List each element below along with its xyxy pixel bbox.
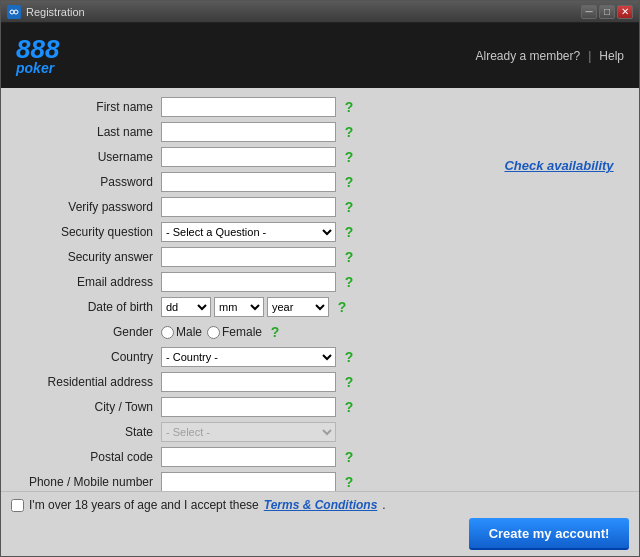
bottom-section: I'm over 18 years of age and I accept th…: [1, 491, 639, 556]
postal-code-input[interactable]: [161, 447, 336, 467]
topbar: 888 poker Already a member? | Help: [1, 23, 639, 88]
check-availability-link[interactable]: Check availability: [504, 158, 613, 173]
residential-address-label: Residential address: [6, 375, 161, 389]
dob-dd-select[interactable]: dd 01020304 05060708 09101112 13141516 1…: [161, 297, 211, 317]
phone-hint: ?: [339, 474, 359, 490]
dob-hint: ?: [332, 299, 352, 315]
security-question-row: Security question - Select a Question - …: [1, 221, 479, 243]
city-town-label: City / Town: [6, 400, 161, 414]
username-row: Username ?: [1, 146, 479, 168]
username-label: Username: [6, 150, 161, 164]
country-hint: ?: [339, 349, 359, 365]
postal-code-hint: ?: [339, 449, 359, 465]
help-link[interactable]: Help: [599, 49, 624, 63]
verify-password-hint: ?: [339, 199, 359, 215]
verify-password-row: Verify password ?: [1, 196, 479, 218]
country-select[interactable]: - Country - United States United Kingdom…: [161, 347, 336, 367]
residential-address-hint: ?: [339, 374, 359, 390]
state-row: State - Select - ?: [1, 421, 479, 443]
dob-year-select[interactable]: year 2010200920082007 2000199019801970 1…: [267, 297, 329, 317]
titlebar: Registration ─ □ ✕: [1, 1, 639, 23]
terms-checkbox[interactable]: [11, 499, 24, 512]
city-town-input[interactable]: [161, 397, 336, 417]
maximize-button[interactable]: □: [599, 5, 615, 19]
terms-period: .: [382, 498, 385, 512]
gender-hint: ?: [265, 324, 285, 340]
gender-female-label[interactable]: Female: [207, 325, 262, 339]
security-question-hint: ?: [339, 224, 359, 240]
dob-mm-select[interactable]: mm 01020304 05060708 09101112: [214, 297, 264, 317]
email-row: Email address ?: [1, 271, 479, 293]
security-question-select[interactable]: - Select a Question - What is your mothe…: [161, 222, 336, 242]
last-name-hint: ?: [339, 124, 359, 140]
security-answer-hint: ?: [339, 249, 359, 265]
topbar-separator: |: [588, 49, 591, 63]
svg-point-1: [14, 10, 18, 14]
first-name-label: First name: [6, 100, 161, 114]
city-town-hint: ?: [339, 399, 359, 415]
window-controls: ─ □ ✕: [581, 5, 633, 19]
password-label: Password: [6, 175, 161, 189]
create-account-button[interactable]: Create my account!: [469, 518, 629, 550]
residential-address-row: Residential address ?: [1, 371, 479, 393]
first-name-row: First name ?: [1, 96, 479, 118]
username-input[interactable]: [161, 147, 336, 167]
dob-group: dd 01020304 05060708 09101112 13141516 1…: [161, 297, 329, 317]
country-label: Country: [6, 350, 161, 364]
dob-row: Date of birth dd 01020304 05060708 09101…: [1, 296, 479, 318]
gender-female-radio[interactable]: [207, 326, 220, 339]
last-name-row: Last name ?: [1, 121, 479, 143]
security-question-label: Security question: [6, 225, 161, 239]
phone-input[interactable]: [161, 472, 336, 491]
gender-row: Gender Male Female ?: [1, 321, 479, 343]
verify-password-input[interactable]: [161, 197, 336, 217]
registration-window: Registration ─ □ ✕ 888 poker Already a m…: [0, 0, 640, 557]
gender-male-radio[interactable]: [161, 326, 174, 339]
country-row: Country - Country - United States United…: [1, 346, 479, 368]
topbar-right: Already a member? | Help: [475, 49, 624, 63]
email-label: Email address: [6, 275, 161, 289]
phone-label: Phone / Mobile number: [6, 475, 161, 489]
postal-code-label: Postal code: [6, 450, 161, 464]
window-icon: [7, 5, 21, 19]
email-hint: ?: [339, 274, 359, 290]
window-title: Registration: [26, 6, 581, 18]
phone-row: Phone / Mobile number ?: [1, 471, 479, 491]
svg-point-0: [10, 10, 14, 14]
password-row: Password ?: [1, 171, 479, 193]
city-town-row: City / Town ?: [1, 396, 479, 418]
email-input[interactable]: [161, 272, 336, 292]
last-name-label: Last name: [6, 125, 161, 139]
password-input[interactable]: [161, 172, 336, 192]
terms-row: I'm over 18 years of age and I accept th…: [11, 498, 629, 512]
member-text: Already a member?: [475, 49, 580, 63]
close-button[interactable]: ✕: [617, 5, 633, 19]
password-hint: ?: [339, 174, 359, 190]
main-content: First name ? Last name ? Username ? Pass…: [1, 88, 639, 491]
logo-888: 888: [16, 36, 59, 62]
security-answer-row: Security answer ?: [1, 246, 479, 268]
terms-text: I'm over 18 years of age and I accept th…: [29, 498, 259, 512]
gender-male-label[interactable]: Male: [161, 325, 202, 339]
gender-male-text: Male: [176, 325, 202, 339]
logo: 888 poker: [16, 36, 59, 76]
username-hint: ?: [339, 149, 359, 165]
gender-group: Male Female: [161, 325, 262, 339]
residential-address-input[interactable]: [161, 372, 336, 392]
first-name-input[interactable]: [161, 97, 336, 117]
form-section: First name ? Last name ? Username ? Pass…: [1, 88, 479, 491]
logo-poker: poker: [16, 60, 54, 76]
terms-link[interactable]: Terms & Conditions: [264, 498, 378, 512]
minimize-button[interactable]: ─: [581, 5, 597, 19]
postal-code-row: Postal code ?: [1, 446, 479, 468]
dob-label: Date of birth: [6, 300, 161, 314]
security-answer-input[interactable]: [161, 247, 336, 267]
state-select[interactable]: - Select -: [161, 422, 336, 442]
verify-password-label: Verify password: [6, 200, 161, 214]
first-name-hint: ?: [339, 99, 359, 115]
gender-label: Gender: [6, 325, 161, 339]
security-answer-label: Security answer: [6, 250, 161, 264]
right-section: Check availability: [479, 88, 639, 491]
state-label: State: [6, 425, 161, 439]
last-name-input[interactable]: [161, 122, 336, 142]
